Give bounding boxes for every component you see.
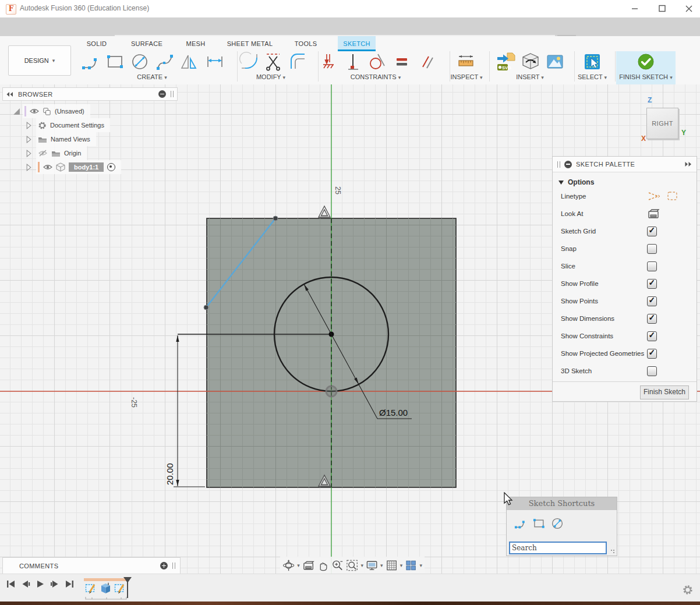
- equal-constraint-icon[interactable]: [392, 52, 412, 72]
- slice-checkbox[interactable]: [647, 261, 657, 271]
- timeline-settings-gear-icon[interactable]: [683, 585, 693, 595]
- line-endpoint[interactable]: [204, 305, 208, 310]
- activate-component-icon[interactable]: [107, 163, 115, 171]
- collapsed-node-icon[interactable]: [26, 150, 32, 157]
- visibility-eye-icon[interactable]: [30, 108, 39, 114]
- viewports-caret-icon[interactable]: ▾: [420, 562, 423, 568]
- fit-caret-icon[interactable]: ▾: [360, 562, 363, 568]
- browser-header[interactable]: BROWSER: [2, 87, 178, 101]
- 3d-sketch-checkbox[interactable]: [647, 366, 657, 376]
- browser-item-root[interactable]: (Unsaved): [2, 104, 178, 118]
- sketch-grid-checkbox[interactable]: [647, 227, 657, 236]
- group-finish-sketch[interactable]: FINISH SKETCH ▾: [614, 73, 678, 83]
- zoom-icon[interactable]: [331, 559, 344, 572]
- tab-sketch[interactable]: SKETCH: [338, 36, 376, 51]
- browser-item-body[interactable]: body1:1: [2, 160, 178, 174]
- browser-item-label[interactable]: Document Settings: [50, 122, 104, 129]
- show-profile-checkbox[interactable]: [647, 279, 657, 289]
- insert-svg-icon[interactable]: SVG: [496, 52, 515, 72]
- panel-minimize-icon[interactable]: [158, 90, 166, 98]
- panel-drag-handle[interactable]: [171, 91, 174, 97]
- minimize-button[interactable]: [626, 2, 644, 15]
- collapse-panel-right-icon[interactable]: [684, 161, 692, 167]
- sketch-shortcuts-title[interactable]: Sketch Shortcuts: [507, 497, 617, 510]
- mirror-tool-icon[interactable]: [179, 52, 199, 72]
- grid-caret-icon[interactable]: ▾: [400, 562, 403, 568]
- fixed-constraint-icon[interactable]: [320, 52, 340, 72]
- tab-tools[interactable]: TOOLS: [288, 36, 323, 51]
- browser-item-document-settings[interactable]: Document Settings: [2, 118, 178, 132]
- viewcube-face[interactable]: RIGHT: [646, 108, 678, 139]
- rectangle-tool-icon[interactable]: [105, 52, 125, 72]
- display-caret-icon[interactable]: ▾: [380, 562, 383, 568]
- snap-checkbox[interactable]: [647, 244, 657, 254]
- look-at-icon[interactable]: [302, 560, 314, 571]
- browser-item-label-selected[interactable]: body1:1: [69, 162, 104, 172]
- timeline-sketch-feature[interactable]: [85, 582, 97, 595]
- timeline-extrude-feature[interactable]: [100, 582, 112, 595]
- browser-item-label[interactable]: Origin: [64, 150, 81, 157]
- show-constraints-checkbox[interactable]: [647, 331, 657, 341]
- collapse-panel-icon[interactable]: [6, 91, 13, 97]
- rectangle-shortcut-icon[interactable]: [532, 517, 545, 530]
- panel-resize-grip[interactable]: [610, 549, 615, 554]
- panel-drag-handle[interactable]: [172, 562, 175, 569]
- add-comment-icon[interactable]: [160, 562, 168, 569]
- collapsed-node-icon[interactable]: [26, 122, 32, 129]
- browser-item-label[interactable]: Named Views: [51, 136, 90, 143]
- circle-shortcut-icon[interactable]: [551, 517, 564, 530]
- insert-image-icon[interactable]: [545, 52, 565, 72]
- tab-surface[interactable]: SURFACE: [126, 36, 167, 51]
- show-projected-geometries-checkbox[interactable]: [647, 349, 657, 359]
- show-points-checkbox[interactable]: [647, 296, 657, 306]
- sketch-palette-header[interactable]: SKETCH PALETTE: [553, 157, 697, 172]
- measure-tool-icon[interactable]: [456, 52, 476, 72]
- maximize-button[interactable]: [653, 2, 671, 15]
- step-back-button[interactable]: [20, 579, 31, 589]
- group-modify[interactable]: MODIFY ▾: [242, 73, 300, 83]
- dimension-diameter-label[interactable]: Ø15.00: [379, 408, 408, 418]
- tab-solid[interactable]: SOLID: [79, 36, 114, 51]
- visibility-off-eye-icon[interactable]: [38, 150, 48, 157]
- construction-linetype-icon[interactable]: [647, 190, 661, 202]
- circle-tool-icon[interactable]: [130, 52, 150, 72]
- pan-icon[interactable]: [317, 559, 329, 572]
- orbit-icon[interactable]: [282, 559, 295, 572]
- spline-tool-icon[interactable]: [155, 52, 175, 72]
- fit-icon[interactable]: [346, 559, 358, 572]
- display-settings-icon[interactable]: [366, 560, 378, 571]
- options-section-header[interactable]: Options: [558, 178, 697, 186]
- finish-sketch-button[interactable]: Finish Sketch: [640, 385, 689, 399]
- collapsed-node-icon[interactable]: [26, 136, 32, 143]
- viewports-icon[interactable]: [405, 559, 417, 572]
- line-tool-icon[interactable]: [80, 52, 100, 72]
- grid-display-icon[interactable]: [386, 559, 398, 572]
- go-to-end-button[interactable]: [64, 579, 75, 589]
- dimension-height-label[interactable]: 20.00: [165, 463, 175, 485]
- group-select[interactable]: SELECT ▾: [563, 73, 621, 83]
- browser-item-named-views[interactable]: Named Views: [2, 132, 178, 146]
- show-dimensions-checkbox[interactable]: [647, 314, 657, 324]
- tangent-constraint-icon[interactable]: [326, 386, 337, 397]
- panel-minimize-icon[interactable]: [564, 161, 572, 168]
- insert-decal-icon[interactable]: [521, 52, 540, 72]
- fillet-tool-icon[interactable]: [239, 52, 259, 72]
- timeline-position-marker[interactable]: [122, 576, 133, 599]
- parallel-constraint-icon[interactable]: [418, 52, 437, 72]
- workspace-selector-button[interactable]: DESIGN▾: [8, 45, 71, 76]
- browser-item-label[interactable]: (Unsaved): [55, 108, 84, 115]
- browser-item-origin[interactable]: Origin: [2, 146, 178, 160]
- group-inspect[interactable]: INSPECT ▾: [437, 73, 496, 83]
- panel-drag-handle[interactable]: [557, 161, 560, 168]
- shortcuts-search-input[interactable]: [509, 542, 607, 554]
- group-create[interactable]: CREATE ▾: [123, 73, 181, 83]
- trim-tool-icon[interactable]: [263, 52, 283, 72]
- step-forward-button[interactable]: [50, 579, 60, 589]
- play-button[interactable]: [35, 579, 45, 589]
- select-tool-icon[interactable]: [582, 52, 602, 72]
- expanded-node-icon[interactable]: [13, 108, 20, 115]
- collapsed-node-icon[interactable]: [26, 164, 32, 171]
- group-insert[interactable]: INSERT ▾: [501, 73, 559, 83]
- visibility-eye-icon[interactable]: [43, 164, 52, 170]
- line-endpoint[interactable]: [273, 216, 278, 221]
